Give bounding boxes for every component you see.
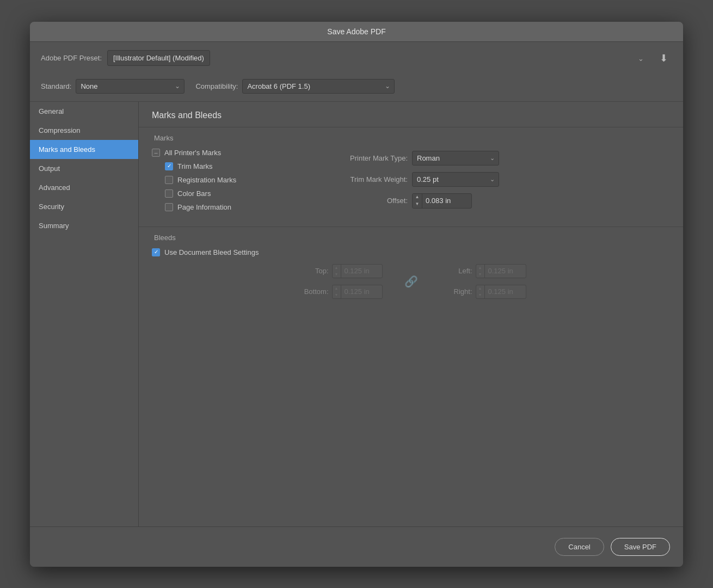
right-bleed-row: Right: ▲ ▼ 0.125 in xyxy=(440,285,526,299)
sidebar-item-compression[interactable]: Compression xyxy=(30,121,138,140)
bleeds-sub-title: Bleeds xyxy=(152,234,670,242)
offset-input[interactable]: 0.083 in xyxy=(422,194,471,207)
content-spacer xyxy=(139,308,683,416)
left-bleed-input[interactable]: 0.125 in xyxy=(485,265,526,277)
sidebar-item-general[interactable]: General xyxy=(30,102,138,121)
bleeds-section: Bleeds Use Document Bleed Settings Top: xyxy=(139,234,683,308)
bleed-right-fields: Left: ▲ ▼ 0.125 in Right: xyxy=(440,264,526,299)
offset-spinner-up[interactable]: ▲ xyxy=(413,194,422,201)
bottom-bleed-down[interactable]: ▼ xyxy=(333,292,341,298)
top-bleed-arrows[interactable]: ▲ ▼ xyxy=(333,265,341,278)
preset-label: Adobe PDF Preset: xyxy=(41,54,102,62)
right-bleed-down[interactable]: ▼ xyxy=(476,292,484,298)
left-bleed-label: Left: xyxy=(440,267,472,275)
printer-mark-type-label: Printer Mark Type: xyxy=(326,154,408,162)
trim-marks-checkbox[interactable] xyxy=(165,162,173,170)
color-bars-checkbox[interactable] xyxy=(165,189,173,198)
registration-marks-label: Registration Marks xyxy=(177,176,236,184)
top-bleed-down[interactable]: ▼ xyxy=(333,271,341,278)
color-bars-row: Color Bars xyxy=(165,189,293,198)
compatibility-select-wrapper: Acrobat 6 (PDF 1.5) xyxy=(242,79,395,94)
left-bleed-arrows[interactable]: ▲ ▼ xyxy=(476,265,485,278)
dialog-title: Save Adobe PDF xyxy=(327,27,385,36)
use-document-bleed-row: Use Document Bleed Settings xyxy=(152,248,670,256)
top-bleed-input[interactable]: 0.125 in xyxy=(341,265,382,277)
use-document-bleed-checkbox[interactable] xyxy=(152,248,160,256)
left-bleed-down[interactable]: ▼ xyxy=(476,271,484,278)
right-bleed-up[interactable]: ▲ xyxy=(476,285,484,292)
bottom-bleed-label: Bottom: xyxy=(296,287,329,296)
marks-fields: Printer Mark Type: Roman Trim Mark Weigh… xyxy=(326,149,499,211)
sidebar-item-advanced[interactable]: Advanced xyxy=(30,178,138,197)
offset-spinner: ▲ ▼ 0.083 in xyxy=(412,193,472,209)
sidebar-item-summary[interactable]: Summary xyxy=(30,216,138,235)
bleed-left-fields: Top: ▲ ▼ 0.125 in Bottom: xyxy=(296,264,383,299)
preset-select-wrapper: [Illustrator Default] (Modified) xyxy=(107,50,649,66)
section-title: Marks and Bleeds xyxy=(139,102,683,127)
compatibility-group: Compatibility: Acrobat 6 (PDF 1.5) xyxy=(195,79,395,94)
color-bars-label: Color Bars xyxy=(177,189,211,198)
top-bleed-label: Top: xyxy=(296,267,329,275)
right-bleed-label: Right: xyxy=(440,287,472,296)
trim-marks-label: Trim Marks xyxy=(177,162,213,170)
page-information-checkbox[interactable] xyxy=(165,203,173,211)
sidebar-item-security[interactable]: Security xyxy=(30,197,138,216)
all-printers-marks-checkbox[interactable] xyxy=(152,149,160,157)
bottom-bleed-row: Bottom: ▲ ▼ 0.125 in xyxy=(296,285,383,299)
marks-sub-title: Marks xyxy=(152,134,670,142)
bottom-bleed-arrows[interactable]: ▲ ▼ xyxy=(333,285,341,298)
page-information-row: Page Information xyxy=(165,203,293,211)
page-information-label: Page Information xyxy=(177,203,231,211)
cancel-button[interactable]: Cancel xyxy=(555,538,604,556)
trim-mark-weight-select[interactable]: 0.25 pt xyxy=(412,172,499,187)
compatibility-label: Compatibility: xyxy=(195,82,238,90)
marks-section: Marks All Printer's Marks Trim Marks xyxy=(139,134,683,220)
sidebar-item-marks-and-bleeds[interactable]: Marks and Bleeds xyxy=(30,140,138,159)
bottom-bleed-up[interactable]: ▲ xyxy=(333,285,341,292)
right-bleed-input[interactable]: 0.125 in xyxy=(485,285,526,298)
sidebar: General Compression Marks and Bleeds Out… xyxy=(30,102,139,526)
marks-grid: All Printer's Marks Trim Marks Registrat… xyxy=(152,149,670,211)
sidebar-item-output[interactable]: Output xyxy=(30,159,138,178)
standard-select[interactable]: None xyxy=(76,79,185,94)
top-bleed-up[interactable]: ▲ xyxy=(333,265,341,271)
standard-group: Standard: None xyxy=(41,79,185,94)
trim-mark-weight-label: Trim Mark Weight: xyxy=(326,175,408,183)
printer-mark-type-select-wrapper: Roman xyxy=(412,151,499,166)
top-bleed-spinner: ▲ ▼ 0.125 in xyxy=(332,264,383,278)
title-bar: Save Adobe PDF xyxy=(30,22,683,42)
link-icon[interactable]: 🔗 xyxy=(404,275,418,288)
right-bleed-spinner: ▲ ▼ 0.125 in xyxy=(476,285,526,299)
trim-mark-weight-row: Trim Mark Weight: 0.25 pt xyxy=(326,172,499,187)
standard-row: Standard: None Compatibility: Acrobat 6 … xyxy=(30,75,683,101)
download-icon[interactable]: ⬇ xyxy=(655,50,672,67)
standard-label: Standard: xyxy=(41,82,71,90)
standard-select-wrapper: None xyxy=(76,79,185,94)
main-content: General Compression Marks and Bleeds Out… xyxy=(30,101,683,526)
bottom-bleed-spinner: ▲ ▼ 0.125 in xyxy=(332,285,383,299)
save-pdf-dialog: Save Adobe PDF Adobe PDF Preset: [Illust… xyxy=(30,22,683,567)
all-printers-marks-label: All Printer's Marks xyxy=(164,149,221,157)
bottom-bleed-input[interactable]: 0.125 in xyxy=(341,285,382,298)
preset-select[interactable]: [Illustrator Default] (Modified) xyxy=(107,50,210,66)
all-printers-marks-row: All Printer's Marks xyxy=(152,149,293,157)
marks-checkboxes: All Printer's Marks Trim Marks Registrat… xyxy=(152,149,293,211)
left-bleed-row: Left: ▲ ▼ 0.125 in xyxy=(440,264,526,278)
registration-marks-row: Registration Marks xyxy=(165,176,293,184)
trim-marks-row: Trim Marks xyxy=(165,162,293,170)
offset-spinner-arrows[interactable]: ▲ ▼ xyxy=(413,194,422,208)
right-bleed-arrows[interactable]: ▲ ▼ xyxy=(476,285,485,298)
registration-marks-checkbox[interactable] xyxy=(165,176,173,184)
link-icon-wrapper: 🔗 xyxy=(404,275,418,288)
left-bleed-spinner: ▲ ▼ 0.125 in xyxy=(476,264,526,278)
bleed-fields-area: Top: ▲ ▼ 0.125 in Bottom: xyxy=(152,264,670,299)
offset-spinner-down[interactable]: ▼ xyxy=(413,201,422,208)
printer-mark-type-select[interactable]: Roman xyxy=(412,151,499,166)
preset-row: Adobe PDF Preset: [Illustrator Default] … xyxy=(30,42,683,75)
save-pdf-button[interactable]: Save PDF xyxy=(611,538,670,556)
top-bleed-row: Top: ▲ ▼ 0.125 in xyxy=(296,264,383,278)
printer-mark-type-row: Printer Mark Type: Roman xyxy=(326,151,499,166)
left-bleed-up[interactable]: ▲ xyxy=(476,265,484,271)
trim-mark-weight-select-wrapper: 0.25 pt xyxy=(412,172,499,187)
compatibility-select[interactable]: Acrobat 6 (PDF 1.5) xyxy=(242,79,395,94)
